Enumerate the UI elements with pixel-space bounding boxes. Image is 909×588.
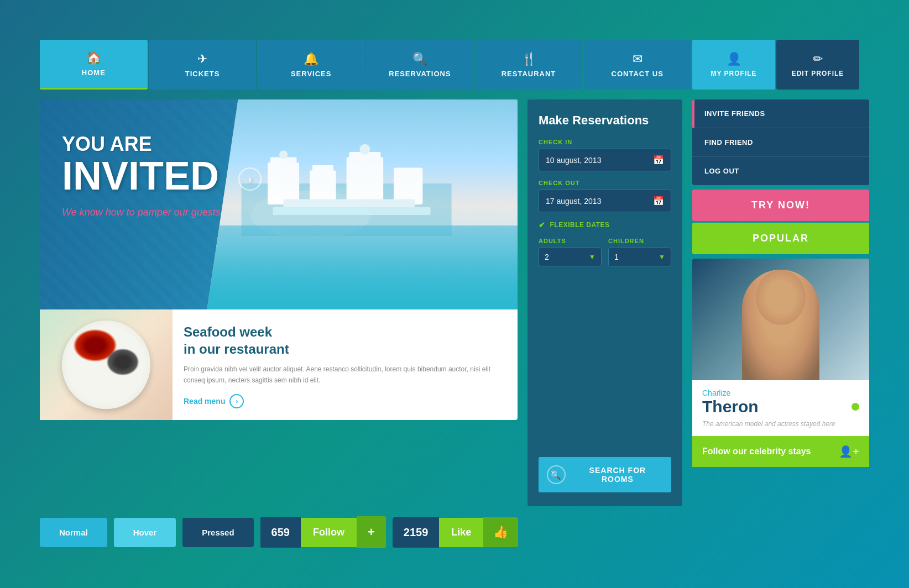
sidebar-item-invite[interactable]: INVITE FRIENDS	[692, 99, 869, 128]
nav-label-reservations: RESERVATIONS	[389, 70, 451, 78]
svg-rect-1	[268, 162, 300, 204]
nav-item-home[interactable]: 🏠 HOME	[40, 40, 148, 90]
tickets-icon: ✈	[197, 52, 207, 66]
reservations-title: Make Reservations	[539, 113, 671, 128]
reservations-icon: 🔍	[412, 52, 427, 66]
hover-button[interactable]: Hover	[114, 518, 176, 547]
main-content: YOU ARE INVITED › We know how to pamper …	[40, 99, 869, 506]
checkin-label: CHECK IN	[539, 139, 671, 145]
nav-item-restaurant[interactable]: 🍴 RESTAURANT	[475, 40, 583, 90]
read-menu-arrow: ›	[229, 394, 244, 408]
nav-label-services: SERVICES	[291, 70, 332, 78]
nav-label-contact: CONTACT US	[612, 70, 664, 78]
online-status-dot	[851, 403, 859, 411]
nav-item-tickets[interactable]: ✈ TICKETS	[149, 40, 257, 90]
hero-invited: INVITED ›	[62, 156, 262, 196]
adults-arrow-icon: ▼	[589, 253, 595, 261]
sidebar-item-find[interactable]: FIND FRIEND	[692, 128, 869, 157]
contact-icon: ✉	[633, 52, 642, 66]
celebrity-follow-button[interactable]: Follow our celebrity stays 👤+	[692, 436, 869, 467]
svg-point-3	[280, 150, 288, 159]
restaurant-icon: 🍴	[521, 52, 536, 66]
celebrity-info: Charlize Theron The american model and a…	[692, 380, 869, 436]
action-buttons: TRY NOW! POPULAR	[692, 190, 869, 254]
search-rooms-button[interactable]: 🔍 SEARCH FOR ROOMS	[539, 457, 671, 492]
flexible-dates-toggle[interactable]: ✔ FLEXIBLE DATES	[539, 221, 671, 229]
children-label: CHILDREN	[608, 238, 671, 244]
checkin-field: CHECK IN 10 august, 2013 📅	[539, 139, 671, 171]
svg-point-8	[360, 144, 370, 155]
svg-rect-9	[394, 168, 423, 205]
sidebar-item-logout[interactable]: LOG OUT	[692, 157, 869, 185]
svg-rect-6	[347, 158, 384, 205]
calendar-icon: 📅	[653, 155, 664, 165]
follow-count: 659	[260, 517, 301, 548]
children-field: CHILDREN 1 ▼	[608, 238, 671, 266]
calendar-icon-2: 📅	[653, 196, 664, 206]
celebrity-image	[692, 259, 869, 380]
checkout-label: CHECK OUT	[539, 180, 671, 186]
bottom-bar: Normal Hover Pressed 659 Follow + 2159 L…	[40, 516, 869, 548]
nav-label-tickets: TICKETS	[185, 70, 220, 78]
children-select[interactable]: 1 ▼	[608, 248, 671, 266]
like-thumb-button[interactable]: 👍	[483, 517, 518, 547]
search-circle-icon: 🔍	[547, 465, 566, 484]
food-plate	[62, 321, 150, 409]
like-count: 2159	[393, 517, 440, 548]
hero-circle-button[interactable]: ›	[238, 167, 262, 191]
nav-right: 👤 MY PROFILE ✏ EDIT PROFILE	[692, 40, 869, 90]
nav-label-restaurant: RESTAURANT	[501, 70, 556, 78]
checkmark-icon: ✔	[539, 221, 546, 229]
left-panel: YOU ARE INVITED › We know how to pamper …	[40, 99, 518, 506]
checkout-field: CHECK OUT 17 august, 2013 📅	[539, 180, 671, 212]
svg-rect-11	[273, 207, 431, 215]
checkout-input[interactable]: 17 august, 2013 📅	[539, 190, 671, 212]
edit-label: EDIT PROFILE	[792, 70, 844, 77]
profile-label: MY PROFILE	[711, 70, 756, 77]
celebrity-description: The american model and actress stayed he…	[702, 420, 859, 428]
hero-tagline: We know how to pamper our guests	[62, 207, 262, 218]
like-label: Like	[439, 518, 483, 547]
restaurant-description: Proin gravida nibh vel velit auctor aliq…	[184, 364, 506, 385]
profile-icon: 👤	[727, 52, 741, 66]
nav-item-services[interactable]: 🔔 SERVICES	[257, 40, 365, 90]
adults-field: ADULTS 2 ▼	[539, 238, 602, 266]
nav-left: 🏠 HOME ✈ TICKETS 🔔 SERVICES 🔍 RESERVATIO…	[40, 40, 691, 90]
celebrity-first-name: Charlize	[702, 389, 859, 397]
sidebar-menu: INVITE FRIENDS FIND FRIEND LOG OUT	[692, 99, 869, 185]
normal-button[interactable]: Normal	[40, 518, 107, 547]
adults-select[interactable]: 2 ▼	[539, 248, 602, 266]
edit-icon: ✏	[813, 52, 823, 66]
follow-label: Follow	[301, 518, 357, 547]
home-icon: 🏠	[86, 51, 101, 65]
celebrity-card: Charlize Theron The american model and a…	[692, 259, 869, 506]
restaurant-title: Seafood week in our restaurant	[184, 323, 506, 358]
adults-label: ADULTS	[539, 238, 602, 244]
hero-you-are: YOU ARE	[62, 133, 262, 156]
celebrity-follow-text: Follow our celebrity stays	[702, 447, 811, 456]
right-panel: INVITE FRIENDS FIND FRIEND LOG OUT TRY N…	[692, 99, 869, 506]
arrow-right-icon: ›	[248, 174, 252, 184]
restaurant-card: Seafood week in our restaurant Proin gra…	[40, 309, 518, 420]
follow-plus-button[interactable]: +	[357, 516, 386, 548]
nav-item-reservations[interactable]: 🔍 RESERVATIONS	[366, 40, 474, 90]
hero-text: YOU ARE INVITED › We know how to pamper …	[62, 133, 262, 218]
nav-item-contact[interactable]: ✉ CONTACT US	[583, 40, 691, 90]
celebrity-last-name: Theron	[702, 397, 859, 416]
popular-button[interactable]: POPULAR	[692, 223, 869, 254]
children-arrow-icon: ▼	[659, 253, 665, 261]
checkin-input[interactable]: 10 august, 2013 📅	[539, 149, 671, 171]
guests-row: ADULTS 2 ▼ CHILDREN 1 ▼	[539, 238, 671, 266]
edit-profile-button[interactable]: ✏ EDIT PROFILE	[776, 40, 859, 90]
nav-label-home: HOME	[82, 69, 106, 77]
try-now-button[interactable]: TRY NOW!	[692, 190, 869, 221]
my-profile-button[interactable]: 👤 MY PROFILE	[692, 40, 775, 90]
pressed-button[interactable]: Pressed	[182, 518, 253, 547]
follow-widget: 659 Follow +	[260, 516, 386, 548]
like-widget: 2159 Like 👍	[393, 517, 519, 548]
restaurant-image	[40, 309, 173, 420]
add-user-icon: 👤+	[839, 445, 859, 458]
services-icon: 🔔	[304, 52, 318, 66]
navbar: 🏠 HOME ✈ TICKETS 🔔 SERVICES 🔍 RESERVATIO…	[40, 40, 869, 90]
read-menu-link[interactable]: Read menu ›	[184, 394, 506, 408]
